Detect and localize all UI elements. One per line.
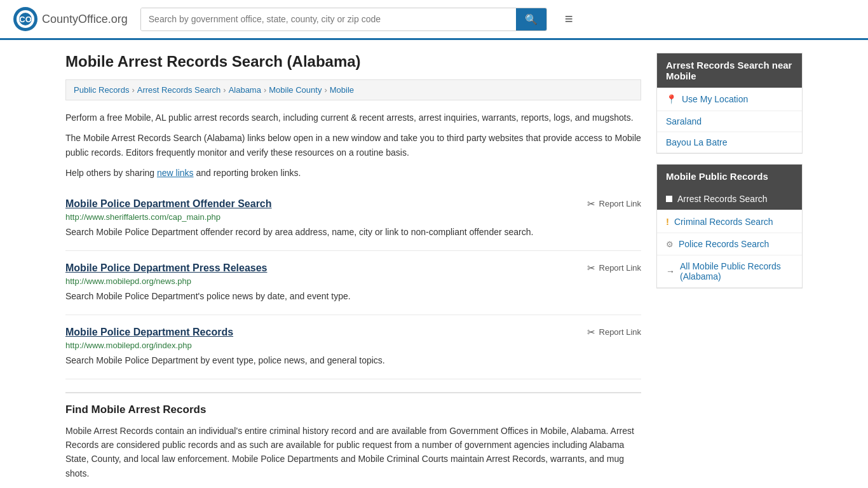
find-title: Find Mobile Arrest Records [65, 403, 641, 416]
exclamation-icon: ! [666, 216, 669, 227]
public-records-header: Mobile Public Records [657, 165, 802, 188]
gear-icon: ⚙ [666, 240, 674, 249]
record-desc-0: Search Mobile Police Department offender… [65, 226, 641, 239]
breadcrumb-alabama[interactable]: Alabama [229, 85, 261, 95]
record-item: Mobile Police Department Offender Search… [65, 187, 641, 251]
report-icon-2: ✂ [587, 327, 595, 338]
site-logo[interactable]: CO CountyOffice.org [13, 6, 128, 32]
report-icon-1: ✂ [587, 262, 595, 274]
description-1: Perform a free Mobile, AL public arrest … [65, 111, 641, 125]
new-links[interactable]: new links [157, 168, 194, 178]
sidebar-item-police-records[interactable]: ⚙ Police Records Search [657, 233, 802, 255]
find-body: Mobile Arrest Records contain an individ… [65, 424, 641, 481]
record-desc-1: Search Mobile Police Department's police… [65, 290, 641, 303]
nearby-saraland[interactable]: Saraland [657, 111, 802, 132]
records-list: Mobile Police Department Offender Search… [65, 187, 641, 379]
active-square-icon [666, 196, 672, 202]
menu-button[interactable]: ≡ [560, 8, 578, 30]
report-link-2[interactable]: ✂ Report Link [587, 327, 641, 338]
public-records-box: Mobile Public Records Arrest Records Sea… [656, 164, 803, 288]
description-3: Help others by sharing new links and rep… [65, 166, 641, 180]
breadcrumb-public-records[interactable]: Public Records [74, 85, 129, 95]
svg-text:CO: CO [19, 15, 32, 24]
record-title-1[interactable]: Mobile Police Department Press Releases [65, 262, 267, 274]
nearby-bayou[interactable]: Bayou La Batre [657, 132, 802, 153]
sidebar-item-arrest-records[interactable]: Arrest Records Search [657, 188, 802, 210]
arrow-icon: → [666, 266, 675, 276]
logo-text: CountyOffice.org [42, 13, 128, 26]
find-section: Find Mobile Arrest Records Mobile Arrest… [65, 392, 641, 481]
main-container: Mobile Arrest Records Search (Alabama) P… [53, 40, 815, 488]
sidebar: Arrest Records Search near Mobile 📍 Use … [656, 53, 803, 487]
breadcrumb: Public Records › Arrest Records Search ›… [65, 79, 641, 100]
record-title-2[interactable]: Mobile Police Department Records [65, 327, 233, 338]
use-my-location[interactable]: 📍 Use My Location [657, 88, 802, 111]
record-url-1[interactable]: http://www.mobilepd.org/news.php [65, 276, 641, 286]
content-area: Mobile Arrest Records Search (Alabama) P… [65, 53, 641, 487]
record-url-2[interactable]: http://www.mobilepd.org/index.php [65, 341, 641, 350]
record-desc-2: Search Mobile Police Department by event… [65, 354, 641, 367]
record-item: Mobile Police Department Press Releases … [65, 251, 641, 315]
nearby-header: Arrest Records Search near Mobile [657, 53, 802, 88]
sidebar-item-criminal-records[interactable]: ! Criminal Records Search [657, 210, 802, 233]
search-bar: 🔍 [140, 8, 547, 31]
record-url-0[interactable]: http://www.sheriffalerts.com/cap_main.ph… [65, 212, 641, 222]
logo-icon: CO [13, 6, 38, 32]
breadcrumb-mobile-county[interactable]: Mobile County [269, 85, 322, 95]
pin-icon: 📍 [666, 94, 677, 104]
record-item: Mobile Police Department Records ✂ Repor… [65, 315, 641, 379]
search-button[interactable]: 🔍 [516, 8, 546, 30]
report-icon-0: ✂ [587, 198, 595, 210]
report-link-0[interactable]: ✂ Report Link [587, 198, 641, 210]
search-input[interactable] [141, 8, 516, 30]
breadcrumb-mobile[interactable]: Mobile [330, 85, 354, 95]
breadcrumb-arrest-records[interactable]: Arrest Records Search [137, 85, 221, 95]
record-title-0[interactable]: Mobile Police Department Offender Search [65, 198, 272, 210]
report-link-1[interactable]: ✂ Report Link [587, 262, 641, 274]
sidebar-item-all-records[interactable]: → All Mobile Public Records (Alabama) [657, 255, 802, 288]
page-title: Mobile Arrest Records Search (Alabama) [65, 53, 641, 71]
site-header: CO CountyOffice.org 🔍 ≡ [0, 0, 868, 40]
description-2: The Mobile Arrest Records Search (Alabam… [65, 131, 641, 159]
nearby-box: Arrest Records Search near Mobile 📍 Use … [656, 53, 803, 154]
